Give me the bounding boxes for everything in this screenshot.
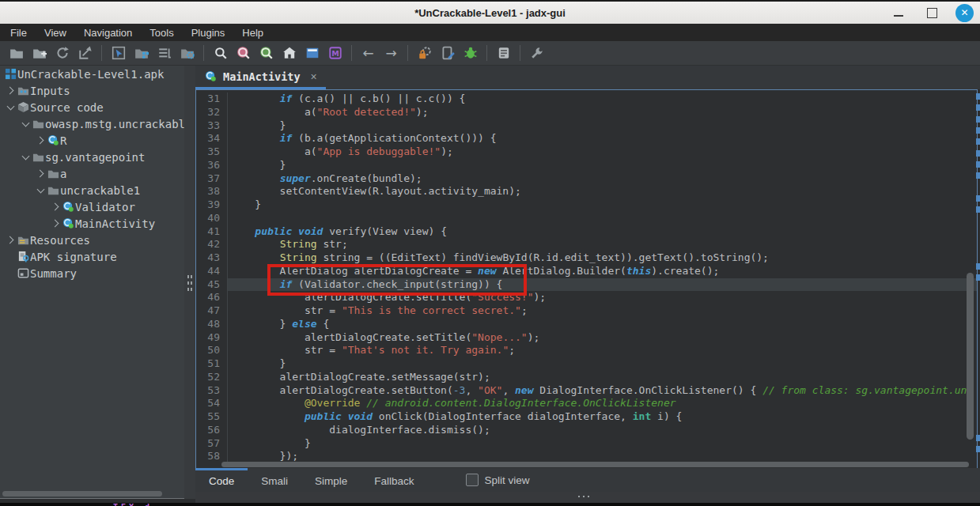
sidebar-item-owasp-mstg-uncrackabl[interactable]: owasp.mstg.uncrackabl [0, 115, 184, 132]
back-icon[interactable]: ← [357, 43, 380, 63]
tree-expander-icon[interactable] [50, 218, 61, 229]
tree-expander-icon[interactable] [20, 119, 31, 130]
code-line[interactable]: 56 dialogInterface.dismiss(); [196, 424, 977, 437]
code-line[interactable]: 31 if (c.a() || c.b() || c.c()) { [196, 93, 977, 106]
folder-icon [31, 118, 45, 130]
code-text: public void onClick(DialogInterface dial… [228, 410, 977, 424]
log-icon[interactable] [492, 43, 515, 63]
view-tab-fallback[interactable]: Fallback [361, 468, 427, 492]
menu-item-help[interactable]: Help [233, 24, 272, 41]
terminal-icon[interactable] [301, 43, 324, 63]
tree-expander-icon[interactable] [5, 102, 16, 113]
code-line[interactable]: 43 String string = ((EditText) findViewB… [196, 251, 977, 265]
maximize-button[interactable] [922, 3, 941, 22]
reload-icon[interactable] [51, 43, 74, 63]
view-tab-simple[interactable]: Simple [301, 468, 361, 492]
close-button[interactable]: ✕ [955, 4, 974, 22]
code-line[interactable]: 54 @Override // android.content.DialogIn… [196, 397, 977, 410]
class-icon [61, 217, 75, 230]
packages-folder-icon[interactable] [130, 43, 153, 63]
background-window-text: TEX d [113, 503, 153, 506]
device-edit-icon[interactable] [436, 43, 459, 63]
sidebar-item-sg-vantagepoint[interactable]: sg.vantagepoint [0, 149, 184, 165]
forward-icon[interactable]: → [380, 43, 403, 63]
code-line[interactable]: 37 super.onCreate(bundle); [196, 172, 977, 186]
code-line[interactable]: 53 alertDialogCreate.setButton(-3, "OK",… [196, 384, 977, 398]
window-controls: ✕ [889, 2, 974, 24]
tree-expander-icon[interactable] [5, 85, 16, 96]
sidebar-item-summary[interactable]: Summary [0, 265, 184, 281]
open-folder-icon[interactable] [5, 43, 28, 63]
tree-horizontal-scrollbar[interactable] [2, 491, 162, 497]
code-line[interactable]: 34 if (b.a(getApplicationContext())) { [196, 132, 977, 145]
sidebar-item-uncrackable-level1-apk[interactable]: UnCrackable-Level1.apk [0, 66, 184, 82]
sidebar-item-apk-signature[interactable]: APK signature [0, 248, 184, 265]
memo-icon[interactable]: M [324, 43, 346, 63]
tab-mainactivity[interactable]: MainActivity × [195, 66, 325, 87]
sidebar-item-a[interactable]: a [0, 165, 184, 182]
code-line[interactable]: 55 public void onClick(DialogInterface d… [196, 410, 977, 424]
line-number: 43 [196, 251, 228, 265]
code-line[interactable]: 38 setContentView(R.layout.activity_main… [196, 185, 977, 198]
code-line[interactable]: 40 [196, 212, 977, 225]
code-line[interactable]: 39 } [196, 198, 977, 212]
menu-item-file[interactable]: File [2, 24, 36, 41]
code-line[interactable]: 57 } [196, 437, 977, 451]
code-line[interactable]: 36 } [196, 159, 977, 172]
tree-expander-icon[interactable] [35, 185, 46, 196]
sidebar-item-r[interactable]: R [0, 132, 184, 149]
debug-icon[interactable] [459, 43, 482, 63]
editor-vertical-scrollbar[interactable] [967, 273, 974, 440]
code-line[interactable]: 41 public void verify(View view) { [196, 225, 977, 239]
panel-splitter[interactable] [184, 66, 195, 499]
search-icon[interactable] [209, 43, 232, 63]
tab-label: MainActivity [223, 70, 301, 83]
add-files-icon[interactable] [28, 43, 51, 63]
code-line[interactable]: 52 alertDialogCreate.setMessage(str); [196, 371, 977, 384]
code-line[interactable]: 35 a("App is debuggable!"); [196, 145, 977, 159]
code-line[interactable]: 42 String str; [196, 238, 977, 251]
view-tab-smali[interactable]: Smali [248, 468, 301, 492]
export-icon[interactable] [74, 43, 96, 63]
code-line[interactable]: 48 } else { [196, 318, 977, 331]
marker-tick [976, 435, 980, 441]
sidebar-item-inputs[interactable]: Inputs [0, 82, 184, 99]
deobfuscation-icon[interactable] [413, 43, 436, 63]
tree-expander-icon[interactable] [35, 168, 46, 179]
code-line[interactable]: 32 a("Root detected!"); [196, 106, 977, 119]
class-search-icon[interactable] [232, 43, 255, 63]
code-line[interactable]: 50 str = "That's not it. Try again."; [196, 344, 977, 357]
comment-search-icon[interactable] [255, 43, 278, 63]
menu-item-tools[interactable]: Tools [141, 24, 182, 41]
menu-item-plugins[interactable]: Plugins [183, 24, 234, 41]
menu-item-view[interactable]: View [36, 24, 75, 41]
cursor-select-icon[interactable] [107, 43, 130, 63]
tree-expander-icon[interactable] [20, 152, 31, 163]
tree-expander-icon[interactable] [50, 202, 61, 213]
sidebar-item-resources[interactable]: Resources [0, 232, 184, 248]
editor-horizontal-scrollbar[interactable] [221, 462, 969, 467]
code-line[interactable]: 51 } [196, 357, 977, 371]
title-bar[interactable]: *UnCrackable-Level1 - jadx-gui ✕ [0, 2, 980, 25]
tab-close-icon[interactable]: × [311, 70, 317, 83]
flat-list-icon[interactable] [153, 43, 176, 63]
minimize-button[interactable] [889, 3, 908, 22]
split-view-checkbox[interactable] [466, 474, 479, 486]
tree-expander-icon[interactable] [5, 235, 16, 246]
sidebar-item-source-code[interactable]: Source code [0, 99, 184, 115]
code-line[interactable]: 47 str = "This is the correct secret."; [196, 304, 977, 318]
code-line[interactable]: 49 alertDialogCreate.setTitle("Nope...")… [196, 331, 977, 345]
divider-grip-icon[interactable] [577, 495, 591, 498]
view-tab-code[interactable]: Code [195, 468, 248, 492]
code-line[interactable]: 33 } [196, 119, 977, 133]
sidebar-item-validator[interactable]: Validator [0, 198, 184, 215]
folder-settings-icon[interactable] [176, 43, 199, 63]
main-activity-home-icon[interactable] [278, 43, 301, 63]
minimize-icon [894, 15, 903, 17]
tree-expander-icon[interactable] [35, 135, 46, 146]
sidebar-item-uncrackable1[interactable]: uncrackable1 [0, 182, 184, 198]
menu-item-navigation[interactable]: Navigation [75, 24, 141, 41]
sidebar-item-mainactivity[interactable]: MainActivity [0, 215, 184, 232]
settings-wrench-icon[interactable] [525, 43, 548, 63]
split-view-toggle[interactable]: Split view [466, 468, 530, 492]
